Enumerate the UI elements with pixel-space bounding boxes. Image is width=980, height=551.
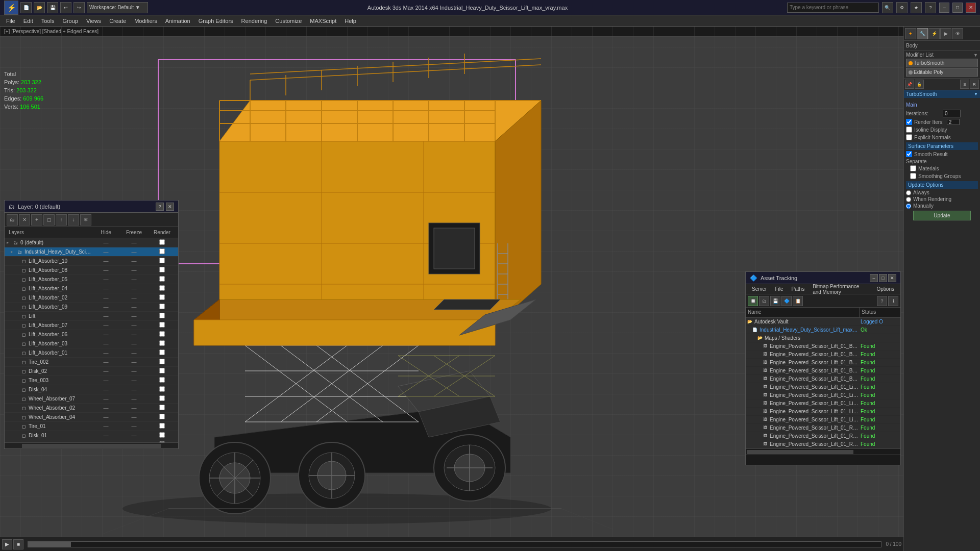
layer-render-checkbox[interactable] bbox=[159, 331, 165, 337]
asset-row[interactable]: 🖼 Engine_Powered_Scissor_Lift_01_Lift_Sp… bbox=[746, 416, 900, 424]
minimize-btn[interactable]: – bbox=[939, 3, 949, 13]
modifier-show-btn[interactable]: S bbox=[960, 80, 969, 89]
asset-menu-paths[interactable]: Paths bbox=[788, 285, 809, 293]
isoline-checkbox[interactable] bbox=[906, 127, 912, 133]
layer-row[interactable]: ◻ Tire_003 — — bbox=[5, 376, 178, 385]
render-iters-checkbox[interactable] bbox=[906, 119, 912, 125]
asset-tool-2[interactable]: 🗂 bbox=[759, 296, 769, 306]
play-btn[interactable]: ▶ bbox=[2, 539, 12, 549]
asset-help-btn[interactable]: ? bbox=[877, 296, 887, 306]
turbosmooth-header[interactable]: TurboSmooth ▼ bbox=[904, 90, 980, 98]
asset-scrollbar[interactable] bbox=[746, 448, 900, 455]
layers-tool-move-up[interactable]: ↑ bbox=[56, 214, 67, 226]
layers-help-btn[interactable]: ? bbox=[156, 203, 164, 211]
asset-maximize-btn[interactable]: □ bbox=[879, 274, 887, 282]
modifier-render-btn[interactable]: R bbox=[970, 80, 979, 89]
layers-tool-select[interactable]: ◻ bbox=[43, 214, 55, 226]
layer-row[interactable]: ◻ Wheel_Absorber_07 — — bbox=[5, 394, 178, 404]
layer-render-checkbox[interactable] bbox=[159, 239, 165, 245]
when-rendering-radio[interactable] bbox=[906, 197, 911, 202]
maximize-btn[interactable]: □ bbox=[952, 3, 963, 13]
layer-row[interactable]: ◻ Lift_Absorber_02 — — bbox=[5, 293, 178, 303]
modifier-editable-poly[interactable]: Editable Poly bbox=[906, 68, 978, 77]
menu-maxscript[interactable]: MAXScript bbox=[306, 17, 340, 25]
layer-render-checkbox[interactable] bbox=[159, 441, 165, 442]
materials-checkbox[interactable] bbox=[910, 165, 916, 171]
redo-btn[interactable]: ↪ bbox=[74, 2, 85, 13]
layer-render-checkbox[interactable] bbox=[159, 248, 165, 254]
layer-render-checkbox[interactable] bbox=[159, 414, 165, 419]
asset-minimize-btn[interactable]: – bbox=[870, 274, 878, 282]
always-radio[interactable] bbox=[906, 190, 911, 195]
asset-info-btn[interactable]: ℹ bbox=[888, 296, 898, 306]
layer-row[interactable]: ◻ Tire_002 — — bbox=[5, 358, 178, 367]
layer-render-checkbox[interactable] bbox=[159, 294, 165, 300]
modifier-pin-btn[interactable]: 📌 bbox=[905, 80, 914, 89]
layer-row[interactable]: ◻ Disk_04 — — bbox=[5, 385, 178, 394]
layers-tool-move-down[interactable]: ↓ bbox=[68, 214, 79, 226]
layer-render-checkbox[interactable] bbox=[159, 322, 165, 328]
explicit-normals-checkbox[interactable] bbox=[906, 134, 912, 140]
asset-tool-5[interactable]: 📋 bbox=[793, 296, 803, 306]
menu-help[interactable]: Help bbox=[340, 17, 360, 25]
layer-row[interactable]: ◻ Lift_Absorber_01 — — bbox=[5, 348, 178, 358]
layer-render-checkbox[interactable] bbox=[159, 405, 165, 410]
asset-row[interactable]: 🖼 Engine_Powered_Scissor_Lift_01_Lift_Re… bbox=[746, 408, 900, 416]
tab-hierarchy[interactable]: ⚡ bbox=[928, 28, 940, 39]
modifier-turbosmooth[interactable]: TurboSmooth bbox=[906, 59, 978, 67]
settings-btn[interactable]: ⚙ bbox=[896, 2, 908, 13]
layer-row[interactable]: ◻ Wheel_Absorber_04 — — bbox=[5, 413, 178, 422]
layer-render-checkbox[interactable] bbox=[159, 359, 165, 364]
open-btn[interactable]: 📂 bbox=[34, 2, 45, 13]
menu-tools[interactable]: Tools bbox=[37, 17, 59, 25]
layer-render-checkbox[interactable] bbox=[159, 386, 165, 392]
save-btn[interactable]: 💾 bbox=[47, 2, 58, 13]
layer-render-checkbox[interactable] bbox=[159, 313, 165, 318]
layer-row[interactable]: ▸ 🗂 Industrial_Heavy_Duty_Scissor_Lift —… bbox=[5, 247, 178, 257]
bookmark-btn[interactable]: ★ bbox=[911, 2, 922, 13]
layer-row[interactable]: ▸ 🗂 0 (default) — — bbox=[5, 238, 178, 247]
asset-row[interactable]: 🖼 Engine_Powered_Scissor_Lift_01_Lift_Di… bbox=[746, 391, 900, 399]
layer-row[interactable]: ◻ Lift_Absorber_04 — — bbox=[5, 284, 178, 293]
menu-file[interactable]: File bbox=[2, 17, 19, 25]
layer-row[interactable]: ◻ Wheel_Absorber_02 — — bbox=[5, 404, 178, 413]
menu-customize[interactable]: Customize bbox=[271, 17, 306, 25]
menu-views[interactable]: Views bbox=[82, 17, 105, 25]
menu-graph-editors[interactable]: Graph Editors bbox=[194, 17, 237, 25]
layer-render-checkbox[interactable] bbox=[159, 304, 165, 309]
layer-row[interactable]: ◻ Lift_Absorber_05 — — bbox=[5, 275, 178, 284]
update-button[interactable]: Update bbox=[913, 211, 971, 220]
asset-row[interactable]: 🖼 Engine_Powered_Scissor_Lift_01_Lift_Bu… bbox=[746, 383, 900, 391]
layers-close-btn[interactable]: ✕ bbox=[166, 203, 174, 211]
layer-expand-arrow[interactable]: ▸ bbox=[7, 240, 12, 245]
new-btn[interactable]: 📄 bbox=[20, 2, 32, 13]
workspace-dropdown[interactable]: Workspace: Default ▼ bbox=[87, 2, 148, 13]
render-iters-input[interactable] bbox=[947, 119, 960, 125]
search-btn[interactable]: 🔍 bbox=[882, 2, 893, 13]
layer-row[interactable]: ◻ Lift_Absorber_08 — — bbox=[5, 266, 178, 275]
layers-tool-freeze[interactable]: ❄ bbox=[80, 214, 91, 226]
asset-row[interactable]: 🖼 Engine_Powered_Scissor_Lift_01_Body_Sp… bbox=[746, 375, 900, 383]
asset-row[interactable]: 📄 Industrial_Heavy_Duty_Scissor_Lift_max… bbox=[746, 326, 900, 334]
layers-tool-add[interactable]: + bbox=[31, 214, 42, 226]
asset-row[interactable]: 🖼 Engine_Powered_Scissor_Lift_01_Rimm_Bu… bbox=[746, 424, 900, 432]
asset-row[interactable]: 🖼 Engine_Powered_Scissor_Lift_01_Rimm_Re… bbox=[746, 440, 900, 448]
layer-render-checkbox[interactable] bbox=[159, 258, 165, 263]
asset-tool-3[interactable]: 💾 bbox=[770, 296, 780, 306]
modifier-dropdown[interactable]: ▼ bbox=[973, 53, 978, 58]
asset-row[interactable]: 🖼 Engine_Powered_Scissor_Lift_01_Rimm_Di… bbox=[746, 432, 900, 440]
menu-rendering[interactable]: Rendering bbox=[237, 17, 272, 25]
layer-row[interactable]: ◻ Tire_01 — — bbox=[5, 422, 178, 431]
tab-display[interactable]: 👁 bbox=[952, 28, 963, 39]
tab-create[interactable]: ✦ bbox=[905, 28, 916, 39]
menu-group[interactable]: Group bbox=[58, 17, 82, 25]
layer-row[interactable]: ◻ Lift_Absorber_03 — — bbox=[5, 339, 178, 348]
layer-render-checkbox[interactable] bbox=[159, 368, 165, 373]
layers-tool-delete[interactable]: ✕ bbox=[19, 214, 30, 226]
layers-tool-new[interactable]: 🗂 bbox=[7, 214, 18, 226]
layer-expand-arrow[interactable]: ▸ bbox=[11, 249, 16, 254]
search-input[interactable] bbox=[787, 3, 879, 13]
menu-edit[interactable]: Edit bbox=[19, 17, 37, 25]
smoothing-groups-checkbox[interactable] bbox=[910, 173, 916, 179]
asset-row[interactable]: 📂 Autodesk Vault Logged O bbox=[746, 318, 900, 326]
